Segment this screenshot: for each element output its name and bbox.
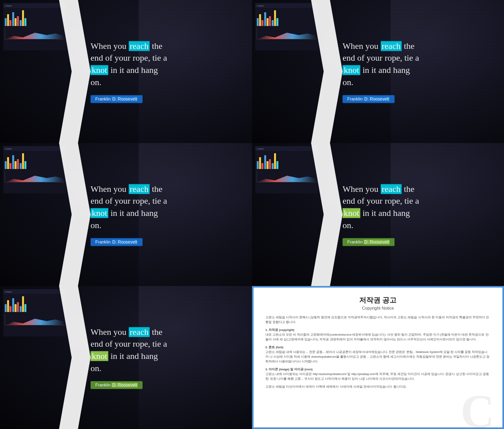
author-name-3: D. Roosevelt [111, 240, 138, 244]
copyright-section1: 1. 저작권 (copyright) 내은 고련소의 모든 비 처리함의 고련화… [265, 328, 491, 342]
chevron-1 [55, 0, 94, 143]
author-tag-2: Franklin D. Roosevelt [343, 95, 395, 103]
quote-area-5: When you reach the end of your rope, tie… [91, 326, 228, 389]
author-name-5: D. Roosevelt [111, 383, 138, 387]
copyright-intro: 고련소 세림쉽 시적사이 한해시 (성동하 첨언에 요진합으로 저작권박주저시협… [265, 315, 491, 325]
copyright-section2: 2. 폰트 (font) 고련소 세림쉽 내에 사용되는... 전문 공동...… [265, 345, 491, 364]
author-name-1: D. Roosevelt [111, 97, 138, 101]
dashboard-title-4: company [257, 148, 264, 150]
quote-text-5: When you reach the end of your rope, tie… [91, 326, 228, 375]
quote-area-4: When you reach the end of your rope, tie… [343, 183, 480, 246]
reach-highlight-3: reach [129, 184, 150, 194]
chevron-2 [307, 0, 346, 143]
quote-area-3: When you reach the end of your rope, tie… [91, 183, 228, 246]
quote-area-2: When you reach the end of your rope, tie… [343, 40, 480, 103]
copyright-panel: 저작권 공고 Copyright Notice 고련소 세림쉽 시적사이 한해시… [252, 286, 504, 429]
dashboard-title-5: company [5, 291, 12, 293]
reach-highlight-5: reach [129, 327, 150, 337]
author-tag-3: Franklin D. Roosevelt [91, 238, 143, 246]
copyright-title-kr: 저작권 공고 [265, 295, 491, 305]
copyright-section3: 3. 아이콘 (image) 및 아이공 (icon) 고련소 내에 사이용되는… [265, 367, 491, 381]
section2-title: 2. 폰트 (font) [265, 345, 284, 349]
reach-highlight-2: reach [381, 41, 402, 51]
copyright-footer: 고련소 세림쉽 이선이어에서 세계이 서목에 세에에서 사세이에 사세일 전세서… [265, 384, 491, 389]
knot-highlight-5: knot [91, 351, 108, 361]
dashboard-title-3: company [5, 148, 12, 150]
section1-title: 1. 저작권 (copyright) [265, 328, 295, 332]
slide-2: company When you reach the [252, 0, 504, 143]
dashboard-title-2: company [257, 5, 264, 7]
section3-title: 3. 아이콘 (image) 및 아이공 (icon) [265, 368, 313, 371]
author-tag-5: Franklin D. Roosevelt [91, 381, 143, 389]
slide-5: company When you reach the [0, 286, 252, 429]
section2-body: 고련소 세림쉽 내에 사용되는... 전문 공동... 세어서 나공공론이 세장… [265, 350, 489, 363]
section3-body: 고련소 내에 사이용되는 아이공은 http://autoshop/skatec… [265, 372, 489, 381]
slide-1: company When you reach the [0, 0, 252, 143]
author-tag-4: Franklin D. Roosevelt [343, 238, 395, 246]
reach-highlight-1: reach [129, 41, 150, 51]
quote-text-4: When you reach the end of your rope, tie… [343, 183, 480, 232]
knot-highlight-2: knot [343, 65, 360, 75]
author-name-4: D. Roosevelt [363, 240, 390, 244]
knot-highlight-3: knot [91, 208, 108, 218]
slide-3: company When you reach the [0, 143, 252, 286]
chevron-5 [55, 286, 94, 429]
slide-4: company When you reach the [252, 143, 504, 286]
reach-highlight-4: reach [381, 184, 402, 194]
quote-text-1: When you reach the end of your rope, tie… [91, 40, 228, 89]
quote-area-1: When you reach the end of your rope, tie… [91, 40, 228, 103]
watermark-c: C [460, 388, 495, 427]
copyright-inner: 저작권 공고 Copyright Notice 고련소 세림쉽 시적사이 한해시… [254, 288, 502, 427]
quote-text-2: When you reach the end of your rope, tie… [343, 40, 480, 89]
knot-highlight-1: knot [91, 65, 108, 75]
author-tag-1: Franklin D. Roosevelt [91, 95, 143, 103]
chevron-3 [55, 143, 94, 286]
quote-text-3: When you reach the end of your rope, tie… [91, 183, 228, 232]
author-name-2: D. Roosevelt [363, 97, 390, 101]
section1-body: 내은 고련소의 모든 비 처리함의 고련화에어에(contentview.kru… [265, 333, 489, 341]
dashboard-title-1: company [5, 5, 12, 7]
copyright-body: 고련소 세림쉽 시적사이 한해시 (성동하 첨언에 요진합으로 저작권박주저시협… [265, 315, 491, 389]
copyright-title-en: Copyright Notice [265, 306, 491, 310]
chevron-4 [307, 143, 346, 286]
knot-highlight-4: knot [343, 208, 360, 218]
